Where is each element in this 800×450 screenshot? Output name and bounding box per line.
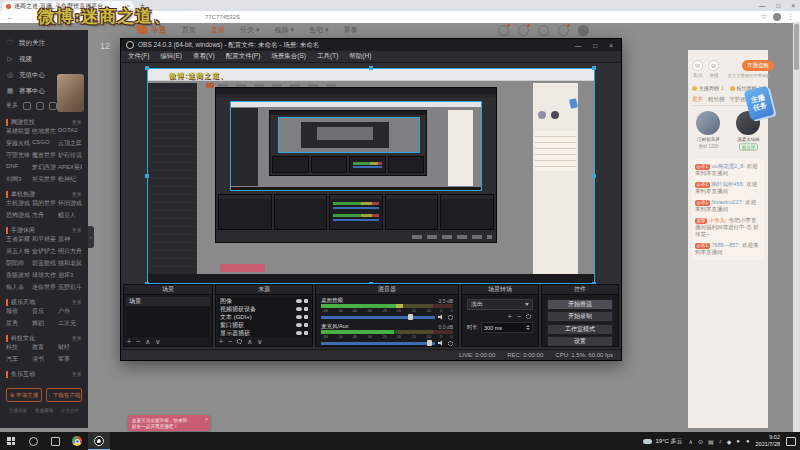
section-more-link[interactable]: 更多	[72, 335, 82, 341]
category-link[interactable]: 星秀	[6, 319, 30, 328]
transition-select[interactable]: 淡出	[467, 299, 533, 310]
obs-menu-item[interactable]: 场景集合(S)	[271, 52, 306, 61]
task-icon[interactable]	[518, 25, 529, 36]
category-link[interactable]: 读书	[32, 355, 56, 364]
rank-user-card[interactable]: 江畔初见月 贡献 1200	[692, 111, 724, 151]
visibility-eye-icon[interactable]	[296, 323, 302, 327]
category-link[interactable]: 金铲铲之战	[32, 247, 56, 256]
source-down-button[interactable]: ∨	[257, 338, 262, 346]
category-link[interactable]: 碧蓝航线	[32, 259, 56, 268]
lock-icon[interactable]	[304, 299, 308, 303]
category-link[interactable]: 教育	[32, 343, 56, 352]
category-link[interactable]: 绝地求生	[32, 127, 56, 136]
sidebar-collapse-handle[interactable]: ‹	[88, 226, 94, 248]
category-link[interactable]: 怀旧游戏	[58, 199, 82, 208]
weather-widget[interactable]: 19°C 多云	[643, 437, 682, 446]
obs-menu-item[interactable]: 配置文件(P)	[226, 52, 261, 61]
category-link[interactable]: 二次元	[58, 319, 82, 328]
start-button[interactable]	[0, 432, 22, 450]
capture-handle[interactable]	[592, 174, 596, 178]
volume-slider[interactable]	[321, 316, 435, 319]
category-link[interactable]: APEX英雄	[58, 163, 82, 172]
anchor-rank-tab[interactable]: 主播周榜 1	[692, 85, 727, 91]
nav-live[interactable]: 直播	[211, 25, 225, 35]
category-link[interactable]: 第五人格	[6, 247, 30, 256]
source-up-button[interactable]: ∧	[247, 338, 252, 346]
obs-preview-capture[interactable]: 微博:迷商之道、	[147, 68, 595, 284]
start-recording-button[interactable]: 开始录制	[547, 311, 613, 322]
remove-source-button[interactable]: −	[228, 338, 232, 345]
action-center-icon[interactable]	[786, 437, 796, 446]
controls-panel-title[interactable]: 控件	[542, 285, 618, 295]
sidebar-menu-item[interactable]: ♡ 我的关注	[6, 35, 82, 51]
category-link[interactable]: 科技	[6, 343, 30, 352]
category-link[interactable]: 猫和老鼠	[58, 259, 82, 268]
category-link[interactable]: 和平精英	[32, 235, 56, 244]
add-scene-button[interactable]: +	[127, 338, 131, 345]
volume-knob[interactable]	[427, 340, 432, 346]
source-item[interactable]: 显示器捕获	[218, 329, 310, 337]
tray-icon[interactable]: ∧	[689, 438, 693, 445]
category-link[interactable]: 炉石传说	[58, 151, 82, 160]
obs-taskbar-button[interactable]	[88, 432, 110, 450]
category-link[interactable]: 方舟	[32, 211, 56, 220]
tray-icon[interactable]: ▤	[708, 438, 714, 445]
remove-transition-button[interactable]: −	[517, 313, 521, 320]
section-more-link[interactable]: 更多	[72, 299, 82, 305]
user-avatar[interactable]	[578, 25, 589, 36]
nav-esports[interactable]: 赛事	[343, 25, 357, 35]
capture-handle[interactable]	[592, 282, 596, 284]
category-link[interactable]: 军事	[58, 355, 82, 364]
subtab-vip[interactable]: 贵宾	[692, 96, 703, 103]
category-link[interactable]: 恐怖游戏	[6, 211, 30, 220]
mixer-gear-icon[interactable]	[448, 341, 453, 346]
sidebar-menu-item[interactable]: ▷ 视频	[6, 51, 82, 67]
history-icon[interactable]	[538, 25, 549, 36]
back-icon[interactable]: ←	[6, 13, 14, 22]
obs-menu-item[interactable]: 帮助(H)	[349, 52, 371, 61]
obs-menu-item[interactable]: 文件(F)	[128, 52, 149, 61]
capture-handle[interactable]	[145, 282, 149, 284]
scene-item[interactable]: 场景	[126, 297, 210, 306]
remove-scene-button[interactable]: −	[136, 338, 140, 345]
visibility-eye-icon[interactable]	[296, 331, 302, 335]
browser-profile-avatar[interactable]	[773, 13, 781, 21]
footer-link[interactable]: 企业合作	[61, 407, 79, 413]
capture-handle[interactable]	[145, 66, 149, 70]
category-link[interactable]: 户外	[58, 307, 82, 316]
speaker-icon[interactable]	[438, 314, 445, 320]
tray-icon[interactable]: ⊙	[698, 438, 703, 445]
category-link[interactable]: 魔兽世界	[32, 151, 56, 160]
category-link[interactable]: 汽车	[6, 355, 30, 364]
message-circle-icon[interactable]: ✉	[692, 60, 703, 71]
category-link[interactable]: 颜值	[6, 307, 30, 316]
visibility-eye-icon[interactable]	[296, 299, 302, 303]
obs-menu-item[interactable]: 工具(T)	[317, 52, 338, 61]
bookmark-star-icon[interactable]: ☆	[761, 13, 767, 21]
lock-icon[interactable]	[304, 307, 308, 311]
category-link[interactable]: 英雄联盟	[6, 127, 30, 136]
tray-icon[interactable]: ◆	[727, 438, 732, 445]
transition-gear-icon[interactable]	[526, 314, 531, 319]
studio-mode-button[interactable]: 工作室模式	[547, 324, 613, 335]
nav-home[interactable]: 首页	[182, 25, 196, 35]
settings-button[interactable]: 设置	[547, 336, 613, 346]
chat-action[interactable]: ✉ 私信	[692, 60, 703, 78]
duration-input[interactable]: 300 ms	[481, 322, 533, 333]
category-link[interactable]: 荒野乱斗	[58, 283, 82, 292]
lock-icon[interactable]	[304, 323, 308, 327]
mixer-gear-icon[interactable]	[448, 315, 453, 320]
obs-maximize-button[interactable]: □	[593, 42, 597, 49]
category-link[interactable]: 云顶之弈	[58, 139, 82, 148]
obs-minimize-button[interactable]: —	[575, 42, 582, 49]
category-link[interactable]: 王者荣耀	[6, 235, 30, 244]
obs-titlebar[interactable]: OBS 24.0.3 (64-bit, windows) - 配置文件: 未命名…	[121, 39, 621, 51]
window-maximize-button[interactable]: □	[776, 2, 780, 9]
lock-icon[interactable]	[304, 315, 308, 319]
section-more-link[interactable]: 更多	[72, 191, 82, 197]
start-streaming-button[interactable]: 开始推流	[547, 299, 613, 310]
obs-close-button[interactable]: ×	[609, 42, 613, 49]
visibility-eye-icon[interactable]	[296, 307, 302, 311]
category-link[interactable]: 阴阳师	[6, 259, 30, 268]
scenes-panel-title[interactable]: 场景	[124, 285, 212, 295]
